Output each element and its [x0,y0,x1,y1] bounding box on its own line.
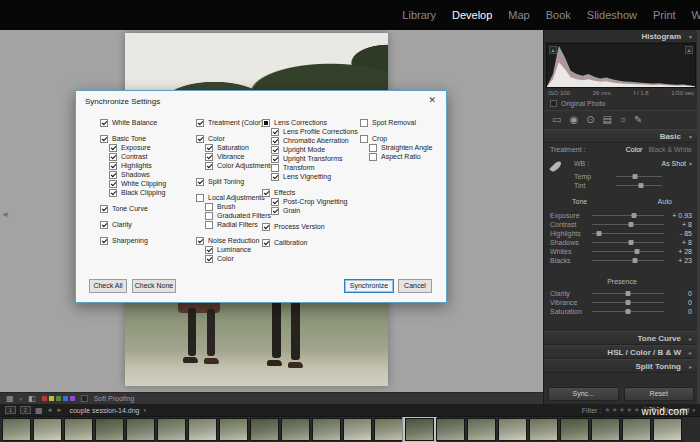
dialog-close-button[interactable]: ✕ [428,95,436,105]
sync-option-upright-transforms[interactable]: Upright Transforms [271,154,358,163]
filmstrip-thumbnail[interactable] [498,418,527,441]
shadows-slider-thumb[interactable] [628,240,633,245]
temp-slider-thumb[interactable] [633,174,638,179]
sync-option-process-version[interactable]: Process Version [262,222,358,231]
filmstrip-thumbnail[interactable] [64,418,93,441]
sync-option-grain[interactable]: Grain [271,206,358,215]
highlights-slider-track[interactable] [592,229,664,238]
filmstrip-thumbnail[interactable] [33,418,62,441]
star-filter-icon[interactable]: ★ [604,406,610,414]
disclosure-triangle-icon[interactable]: ▾ [689,33,692,40]
left-panel-collapse-arrow[interactable]: ◄ [1,210,9,219]
sync-option-spot-removal[interactable]: Spot Removal [360,118,442,127]
module-book[interactable]: Book [546,9,571,21]
checkbox-icon[interactable] [271,146,279,154]
checkbox-icon[interactable] [205,221,213,229]
checkbox-icon[interactable] [262,223,270,231]
disclosure-triangle-icon[interactable]: ▾ [689,133,692,140]
check-all-button[interactable]: Check All [89,279,127,293]
wb-eyedropper-icon[interactable] [549,160,562,173]
blacks-slider-thumb[interactable] [633,258,638,263]
checkbox-icon[interactable] [262,239,270,247]
tint-slider-thumb[interactable] [639,183,644,188]
filmstrip-thumbnail[interactable] [405,418,434,441]
highlight-clipping-indicator[interactable]: ▲ [685,46,693,54]
sync-option-shadows[interactable]: Shadows [109,170,196,179]
sync-option-white-balance[interactable]: White Balance [100,118,196,127]
filmstrip-thumbnail[interactable] [622,418,651,441]
sync-option-straighten-angle[interactable]: Straighten Angle [369,143,442,152]
sync-option-transform[interactable]: Transform [271,163,358,172]
checkbox-icon[interactable] [205,203,213,211]
sync-option-lens-vignetting[interactable]: Lens Vignetting [271,172,358,181]
highlights-slider-thumb[interactable] [597,231,602,236]
sync-option-noise-reduction[interactable]: Noise Reduction [196,236,262,245]
checkbox-icon[interactable] [262,189,270,197]
histogram[interactable]: ▲ ▲ [546,43,696,88]
sync-option-effects[interactable]: Effects [262,188,358,197]
filters-dropdown-icon[interactable]: ▾ [692,407,695,413]
sync-option-color-adjustments[interactable]: Color Adjustments [205,161,262,170]
filmstrip-thumbnail[interactable] [374,418,403,441]
color-label-swatch[interactable] [70,396,75,401]
filmstrip-thumbnail[interactable] [343,418,372,441]
filmstrip-thumbnail[interactable] [219,418,248,441]
filmstrip-thumbnail[interactable] [560,418,589,441]
wb-dropdown-icon[interactable]: ▾ [689,160,692,167]
whites-slider-thumb[interactable] [634,249,639,254]
checkbox-icon[interactable] [205,162,213,170]
checkbox-icon[interactable] [100,205,108,213]
sync-option-post-crop-vignetting[interactable]: Post-Crop Vignetting [271,197,358,206]
reset-button[interactable]: Reset [624,387,695,401]
star-filter-icon[interactable]: ★ [612,406,618,414]
sync-option-treatment-color[interactable]: Treatment (Color) [196,118,262,127]
checkbox-icon[interactable] [196,178,204,186]
sync-option-exposure[interactable]: Exposure [109,143,196,152]
sync-option-vibrance[interactable]: Vibrance [205,152,262,161]
checkbox-icon[interactable] [205,144,213,152]
checkbox-icon[interactable] [196,237,204,245]
module-print[interactable]: Print [653,9,676,21]
soft-proofing-checkbox[interactable] [81,395,88,402]
checkbox-icon[interactable] [100,135,108,143]
sync-option-split-toning[interactable]: Split Toning [196,177,262,186]
filename-dropdown-icon[interactable]: ▾ [144,407,147,413]
histogram-panel-header[interactable]: Histogram ▾ [544,30,697,43]
checkbox-icon[interactable] [205,212,213,220]
module-develop[interactable]: Develop [452,9,492,21]
disclosure-triangle-icon[interactable]: ▸ [689,335,692,342]
sync-option-brush[interactable]: Brush [205,202,262,211]
original-photo-checkbox[interactable] [550,100,557,107]
exposure-slider-track[interactable] [592,211,664,220]
crop-overlay-icon[interactable]: ▭ [552,114,561,125]
checkbox-icon[interactable] [205,153,213,161]
sync-option-local-adjustments[interactable]: Local Adjustments [196,193,262,202]
graduated-filter-icon[interactable]: ▤ [603,114,612,125]
contrast-slider-thumb[interactable] [628,222,633,227]
temp-slider-track[interactable] [616,172,662,181]
saturation-slider-thumb[interactable] [626,309,631,314]
back-arrow-icon[interactable]: ◄ [47,407,53,413]
filmstrip-thumbnail[interactable] [591,418,620,441]
filmstrip-thumbnail[interactable] [95,418,124,441]
clarity-slider-track[interactable] [592,289,664,298]
checkbox-icon[interactable] [109,162,117,170]
treatment-bw-option[interactable]: Black & White [648,146,692,153]
sync-option-aspect-ratio[interactable]: Aspect Ratio [369,152,442,161]
toolbar-dropdown-icon[interactable]: ▾ [20,396,23,402]
clarity-slider-thumb[interactable] [626,291,631,296]
checkbox-icon[interactable] [360,119,368,127]
sync-option-luminance[interactable]: Luminance [205,245,262,254]
sync-option-lens-corrections[interactable]: Lens Corrections [262,118,358,127]
sync-option-highlights[interactable]: Highlights [109,161,196,170]
checkbox-icon[interactable] [262,119,270,127]
module-map[interactable]: Map [508,9,529,21]
cancel-button[interactable]: Cancel [398,279,432,293]
filmstrip-thumbnail[interactable] [529,418,558,441]
color-label-swatch[interactable] [63,396,68,401]
sync-option-upright-mode[interactable]: Upright Mode [271,145,358,154]
wb-value[interactable]: As Shot [661,160,686,167]
checkbox-icon[interactable] [109,189,117,197]
disclosure-triangle-icon[interactable]: ▸ [689,363,692,370]
checkbox-icon[interactable] [196,135,204,143]
